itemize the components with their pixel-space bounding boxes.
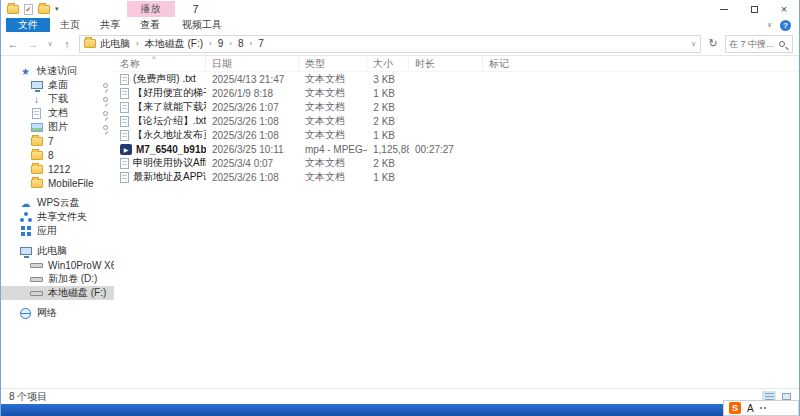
tab-share[interactable]: 共享 xyxy=(90,18,130,32)
ribbon-collapse-icon[interactable]: ∨ xyxy=(767,21,772,29)
sidebar-item-this-pc[interactable]: 此电脑 xyxy=(1,244,114,258)
address-dropdown-icon[interactable]: ∨ xyxy=(691,40,696,48)
qat-folder-icon[interactable] xyxy=(7,5,19,14)
file-date: 2025/3/26 1:08 xyxy=(206,116,299,127)
close-button[interactable]: × xyxy=(769,0,799,18)
forward-icon[interactable]: → xyxy=(25,38,41,50)
refresh-icon[interactable]: ↻ xyxy=(705,37,721,50)
sort-ascending-icon: ^ xyxy=(152,54,156,63)
breadcrumb-separator-icon: › xyxy=(247,39,254,48)
window-title: 7 xyxy=(193,3,199,15)
file-size: 2 KB xyxy=(367,158,409,169)
sidebar-item-label: 下载 xyxy=(48,92,68,106)
sidebar-item-quick-access[interactable]: ★快速访问 xyxy=(1,64,114,78)
breadcrumb-separator-icon: › xyxy=(207,39,214,48)
minimize-button[interactable] xyxy=(709,0,739,18)
breadcrumb-this-pc[interactable]: 此电脑 xyxy=(100,37,130,51)
file-name: 申明使用协议Affir... xyxy=(133,156,206,170)
folder-icon xyxy=(31,179,43,188)
sidebar-item-desktop[interactable]: 桌面 xyxy=(1,78,114,92)
drive-icon xyxy=(30,277,43,282)
text-file-icon xyxy=(120,158,129,169)
ime-mode-indicator[interactable]: A xyxy=(747,403,754,414)
breadcrumb-folder-9[interactable]: 9 xyxy=(218,38,224,49)
breadcrumb-folder-7[interactable]: 7 xyxy=(258,38,264,49)
sidebar-item-network[interactable]: 网络 xyxy=(1,306,114,320)
tab-home[interactable]: 主页 xyxy=(50,18,90,32)
tab-video-tools[interactable]: 视频工具 xyxy=(172,18,232,32)
file-date: 2025/3/26 1:07 xyxy=(206,102,299,113)
sidebar-item-downloads[interactable]: ↓下载 xyxy=(1,92,114,106)
address-folder-icon xyxy=(84,39,96,48)
sidebar-item-label: 7 xyxy=(48,136,54,147)
sidebar-item-apps[interactable]: 应用 xyxy=(1,224,114,238)
column-header-name[interactable]: 名称 xyxy=(114,56,206,71)
folder-icon xyxy=(31,137,43,146)
file-row[interactable]: 【好用便宜的梯子... 2026/1/9 8:18 文本文档 1 KB xyxy=(114,86,799,100)
qat-customize-menu-icon[interactable]: ▾ xyxy=(55,5,59,13)
ime-menu-icon[interactable] xyxy=(760,407,762,409)
help-icon[interactable]: ? xyxy=(780,20,791,31)
file-date: 2025/3/4 0:07 xyxy=(206,158,299,169)
qat-check-document-icon[interactable]: ✓ xyxy=(24,4,33,15)
breadcrumb[interactable]: 此电脑 › 本地磁盘 (F:) › 9 › 8 › 7 ∨ xyxy=(79,35,701,53)
tab-view[interactable]: 查看 xyxy=(130,18,170,32)
column-header-date[interactable]: 日期 xyxy=(206,56,299,71)
file-row[interactable]: (免费声明) .txt 2025/4/13 21:47 文本文档 3 KB xyxy=(114,72,799,86)
file-row[interactable]: 【来了就能下载和... 2025/3/26 1:07 文本文档 2 KB xyxy=(114,100,799,114)
file-length: 00:27:27 xyxy=(409,144,483,155)
column-header-size[interactable]: 大小 xyxy=(367,56,409,71)
play-icon: ▶ xyxy=(124,146,129,153)
sogou-logo-icon[interactable]: S xyxy=(729,402,741,414)
column-header-type[interactable]: 类型 xyxy=(299,56,367,71)
sidebar-item-label: Win10ProW X64 (C:) xyxy=(48,260,114,271)
column-headers: ^ 名称 日期 类型 大小 时长 标记 xyxy=(114,56,799,72)
breadcrumb-drive-f[interactable]: 本地磁盘 (F:) xyxy=(145,37,203,51)
sidebar-item-shared-folders[interactable]: 共享文件夹 xyxy=(1,210,114,224)
search-input[interactable] xyxy=(729,39,777,49)
downloads-icon: ↓ xyxy=(34,94,39,105)
file-type: 文本文档 xyxy=(299,128,367,142)
pin-icon xyxy=(103,111,108,116)
sidebar-item-folder-7[interactable]: 7 xyxy=(1,134,114,148)
file-size: 2 KB xyxy=(367,116,409,127)
file-size: 1,125,886... xyxy=(367,144,409,155)
qat-folder2-icon[interactable] xyxy=(38,5,50,14)
file-row[interactable]: 【永久地址发布页... 2025/3/26 1:08 文本文档 1 KB xyxy=(114,128,799,142)
maximize-button[interactable] xyxy=(739,0,769,18)
file-row[interactable]: 【论坛介绍】.txt 2025/3/26 1:08 文本文档 2 KB xyxy=(114,114,799,128)
search-icon[interactable] xyxy=(779,41,785,47)
file-row-video[interactable]: ▶M7_6540_b91b.m... 2026/3/25 10:11 mp4 -… xyxy=(114,142,799,156)
file-size: 1 KB xyxy=(367,88,409,99)
network-icon xyxy=(20,308,31,319)
status-bar: 8 个项目 xyxy=(1,388,799,404)
file-list: ^ 名称 日期 类型 大小 时长 标记 (免费声明) .txt 2025/4/1… xyxy=(114,56,799,388)
sidebar-item-pictures[interactable]: 图片 xyxy=(1,120,114,134)
file-size: 3 KB xyxy=(367,74,409,85)
recent-locations-icon[interactable]: ∨ xyxy=(45,40,55,48)
sidebar-item-label: 共享文件夹 xyxy=(37,210,87,224)
back-icon[interactable]: ← xyxy=(5,38,21,50)
address-bar: ← → ∨ ↑ 此电脑 › 本地磁盘 (F:) › 9 › 8 › 7 ∨ ↻ xyxy=(1,32,799,56)
file-type: 文本文档 xyxy=(299,170,367,184)
sidebar-item-label: 桌面 xyxy=(48,78,68,92)
file-row[interactable]: 最新地址及APP请... 2025/3/26 1:08 文本文档 1 KB xyxy=(114,170,799,184)
sidebar-item-folder-8[interactable]: 8 xyxy=(1,148,114,162)
sidebar-item-drive-c[interactable]: Win10ProW X64 (C:) xyxy=(1,258,114,272)
sidebar-item-mobilefile[interactable]: MobileFile xyxy=(1,176,114,190)
sidebar-item-documents[interactable]: 文档 xyxy=(1,106,114,120)
taskbar[interactable]: S A xyxy=(1,404,799,416)
sidebar-item-drive-f[interactable]: 本地磁盘 (F:) xyxy=(1,286,114,300)
breadcrumb-folder-8[interactable]: 8 xyxy=(238,38,244,49)
column-header-tags[interactable]: 标记 xyxy=(483,56,799,71)
text-file-icon xyxy=(120,102,129,113)
sidebar-item-drive-d[interactable]: 新加卷 (D:) xyxy=(1,272,114,286)
sidebar-item-label: 1212 xyxy=(48,164,70,175)
tab-file[interactable]: 文件 xyxy=(6,18,50,32)
up-icon[interactable]: ↑ xyxy=(59,38,75,50)
column-header-length[interactable]: 时长 xyxy=(409,56,483,71)
sidebar-item-wps-cloud[interactable]: ☁WPS云盘 xyxy=(1,196,114,210)
sidebar-item-folder-1212[interactable]: 1212 xyxy=(1,162,114,176)
file-name: (免费声明) .txt xyxy=(133,72,196,86)
file-row[interactable]: 申明使用协议Affir... 2025/3/4 0:07 文本文档 2 KB xyxy=(114,156,799,170)
